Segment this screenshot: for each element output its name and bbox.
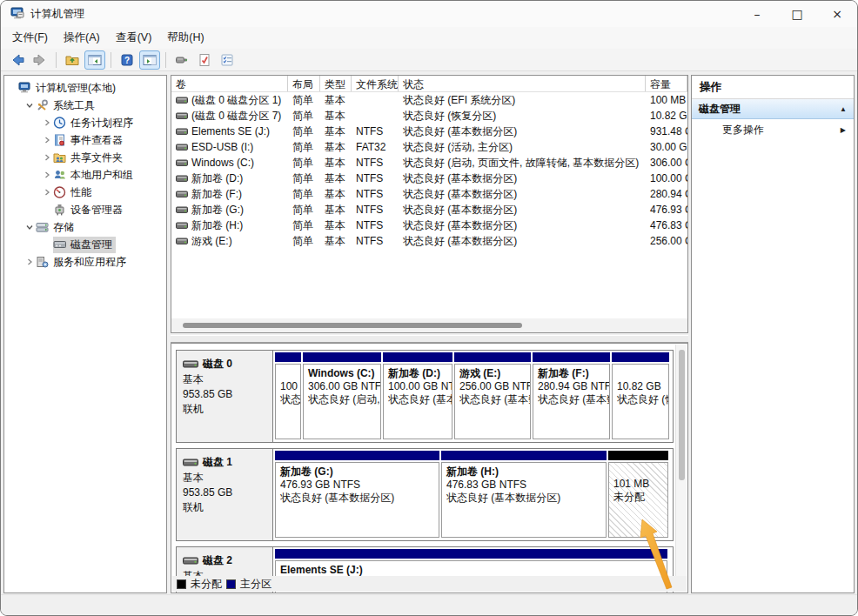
chevron-right-icon[interactable]	[23, 258, 36, 266]
column-header-状态[interactable]: 状态	[399, 76, 646, 91]
menu-item-3[interactable]: 帮助(H)	[159, 28, 211, 48]
volume-row-新加卷 (G:)[interactable]: 新加卷 (G:)简单基本NTFS状态良好 (基本数据分区)476.93 GB	[171, 202, 687, 218]
tree-item-计算机管理(本地)[interactable]: 计算机管理(本地)	[4, 79, 166, 97]
show-console-tree-icon[interactable]	[84, 50, 105, 70]
volume-name: 游戏 (E:)	[191, 234, 232, 249]
svg-text:?: ?	[124, 56, 130, 65]
tree-item-系统工具[interactable]: 系统工具	[4, 97, 166, 114]
vertical-scrollbar[interactable]	[675, 345, 687, 576]
tree-item-磁盘管理[interactable]: 磁盘管理	[4, 236, 166, 253]
shared-folder-icon	[53, 151, 69, 164]
horizontal-scrollbar-thumb[interactable]	[183, 323, 522, 328]
chevron-down-icon[interactable]	[23, 101, 36, 110]
volume-row-(磁盘 0 磁盘分区 1)[interactable]: (磁盘 0 磁盘分区 1)简单基本状态良好 (EFI 系统分区)100 MB	[171, 92, 687, 108]
volume-name: 新加卷 (F:)	[191, 187, 242, 202]
actions-section-disk-management[interactable]: 磁盘管理 ▲	[692, 99, 854, 119]
volume-cell: 基本	[320, 171, 352, 186]
partition-type-band	[275, 549, 667, 559]
column-header-布局[interactable]: 布局	[288, 76, 320, 91]
volume-cell: NTFS	[352, 157, 399, 169]
volume-row-(磁盘 0 磁盘分区 7)[interactable]: (磁盘 0 磁盘分区 7)简单基本状态良好 (恢复分区)10.82 GB	[171, 108, 687, 124]
disk-drive-icon	[183, 458, 198, 467]
forward-icon[interactable]	[30, 50, 50, 70]
chevron-right-icon[interactable]	[41, 136, 53, 144]
chevron-right-icon[interactable]	[41, 188, 53, 197]
tree-item-性能[interactable]: 性能	[4, 184, 166, 201]
disk-label-磁盘 0[interactable]: 磁盘 0基本953.85 GB联机	[177, 351, 273, 442]
disk-kind: 基本	[183, 372, 266, 387]
volume-list-header: 卷布局类型文件系统状态容量	[171, 76, 687, 92]
tree-item-存储[interactable]: 存储	[4, 218, 166, 236]
column-header-卷[interactable]: 卷	[171, 76, 288, 91]
menu-bar: 文件(F)操作(A)查看(V)帮助(H)	[1, 27, 857, 49]
volume-row-ESD-USB (I:)[interactable]: ESD-USB (I:)简单基本FAT32状态良好 (活动, 主分区)30.00…	[171, 139, 687, 155]
column-header-文件系统[interactable]: 文件系统	[352, 76, 399, 91]
close-button[interactable]: ×	[817, 1, 857, 27]
menu-item-2[interactable]: 查看(V)	[108, 28, 160, 48]
chevron-right-icon[interactable]	[41, 118, 53, 127]
tree-item-共享文件夹[interactable]: 共享文件夹	[4, 149, 166, 166]
up-level-icon[interactable]	[62, 50, 83, 70]
partition-状态良好 (系统分区)[interactable]: 100 MB状态良好 (系统分区)	[275, 352, 301, 440]
partition-Windows (C:)[interactable]: Windows (C:)306.00 GB NTFS状态良好 (启动, 页面文件…	[303, 352, 381, 440]
help-icon[interactable]: ?	[117, 50, 137, 70]
volume-row-新加卷 (D:)[interactable]: 新加卷 (D:)简单基本NTFS状态良好 (基本数据分区)100.00 GB	[171, 171, 687, 186]
partition-新加卷 (F:)[interactable]: 新加卷 (F:)280.94 GB NTFS状态良好 (基本数据分区)	[533, 352, 610, 440]
volume-name: ESD-USB (I:)	[191, 141, 253, 153]
tree-item-本地用户和组[interactable]: 本地用户和组	[4, 166, 166, 184]
tree-item-设备管理器[interactable]: 设备管理器	[4, 201, 166, 218]
tree-item-label: 存储	[51, 219, 77, 236]
performance-icon	[53, 185, 69, 199]
more-actions-item[interactable]: 更多操作 ▶	[692, 119, 854, 140]
minimize-button[interactable]: –	[737, 1, 777, 27]
toolbar-separator	[111, 52, 111, 68]
volume-row-Elements SE (J:)[interactable]: Elements SE (J:)简单基本NTFS状态良好 (基本数据分区)931…	[171, 124, 687, 139]
tree-item-任务计划程序[interactable]: 任务计划程序	[4, 114, 166, 131]
volume-list-pane: 卷布局类型文件系统状态容量 (磁盘 0 磁盘分区 1)简单基本状态良好 (EFI…	[171, 75, 688, 333]
volume-row-新加卷 (F:)[interactable]: 新加卷 (F:)简单基本NTFS状态良好 (基本数据分区)280.94 GB	[171, 186, 687, 202]
partition-新加卷 (D:)[interactable]: 新加卷 (D:)100.00 GB NTFS状态良好 (基本数据分区)	[383, 352, 452, 440]
tree-item-事件查看器[interactable]: 事件查看器	[4, 131, 166, 149]
disk-graphical-pane: 磁盘 2基本Elements SE (J:)磁盘 1基本953.85 GB联机新…	[171, 343, 688, 593]
partition-title	[617, 367, 664, 380]
volume-cell: 游戏 (E:)	[171, 234, 288, 249]
chevron-right-icon[interactable]	[41, 153, 53, 162]
tree-item-服务和应用程序[interactable]: 服务和应用程序	[4, 253, 166, 271]
volume-row-新加卷 (H:)[interactable]: 新加卷 (H:)简单基本NTFS状态良好 (基本数据分区)476.83 GB	[171, 218, 687, 233]
tree-item-content: 设备管理器	[53, 202, 126, 218]
checklist-icon[interactable]	[217, 50, 238, 70]
collapse-icon[interactable]: ▲	[840, 105, 847, 113]
menu-item-1[interactable]: 操作(A)	[56, 28, 108, 48]
disk-status: 联机	[183, 500, 266, 515]
volume-cell: 状态良好 (基本数据分区)	[399, 234, 646, 249]
column-header-类型[interactable]: 类型	[320, 76, 352, 91]
partition-状态良好 (恢复分区)[interactable]: 10.82 GB状态良好 (恢复分区)	[612, 352, 669, 440]
partition-新加卷 (H:)[interactable]: 新加卷 (H:)476.83 GB NTFS状态良好 (基本数据分区)	[441, 451, 607, 539]
chevron-down-icon[interactable]	[23, 223, 36, 231]
volume-cell: 100 MB	[646, 94, 687, 106]
maximize-button[interactable]: □	[777, 1, 817, 27]
back-icon[interactable]	[7, 50, 28, 70]
volume-row-游戏 (E:)[interactable]: 游戏 (E:)简单基本NTFS状态良好 (基本数据分区)256.00 GB	[171, 233, 687, 249]
menu-item-0[interactable]: 文件(F)	[4, 28, 56, 48]
chevron-right-icon[interactable]	[41, 171, 53, 179]
volume-cell: 931.48 GB	[646, 125, 687, 137]
partition-游戏 (E:)[interactable]: 游戏 (E:)256.00 GB NTFS状态良好 (基本数据分区)	[454, 352, 531, 440]
vertical-scrollbar-thumb[interactable]	[679, 350, 685, 480]
partitions-area: 100 MB状态良好 (系统分区)Windows (C:)306.00 GB N…	[273, 351, 673, 442]
more-actions-label: 更多操作	[722, 123, 764, 137]
show-action-pane-icon[interactable]	[139, 50, 160, 70]
console-window-icon[interactable]	[171, 50, 192, 70]
volume-cell: 476.93 GB	[646, 204, 687, 216]
disk-label-磁盘 1[interactable]: 磁盘 1基本953.85 GB联机	[177, 449, 273, 540]
horizontal-scrollbar[interactable]	[171, 318, 687, 332]
partition-status: 状态良好 (系统分区)	[280, 393, 296, 406]
legend-label: 主分区	[240, 577, 271, 592]
tree-item-label: 本地用户和组	[69, 167, 137, 184]
volume-row-Windows (C:)[interactable]: Windows (C:)简单基本NTFS状态良好 (启动, 页面文件, 故障转储…	[171, 155, 687, 171]
partition-未分配[interactable]: 101 MB未分配	[608, 451, 668, 539]
document-check-icon[interactable]	[194, 50, 215, 70]
partition-新加卷 (G:)[interactable]: 新加卷 (G:)476.93 GB NTFS状态良好 (基本数据分区)	[275, 451, 439, 539]
column-header-容量[interactable]: 容量	[646, 76, 687, 91]
pane-splitter[interactable]	[171, 335, 688, 343]
